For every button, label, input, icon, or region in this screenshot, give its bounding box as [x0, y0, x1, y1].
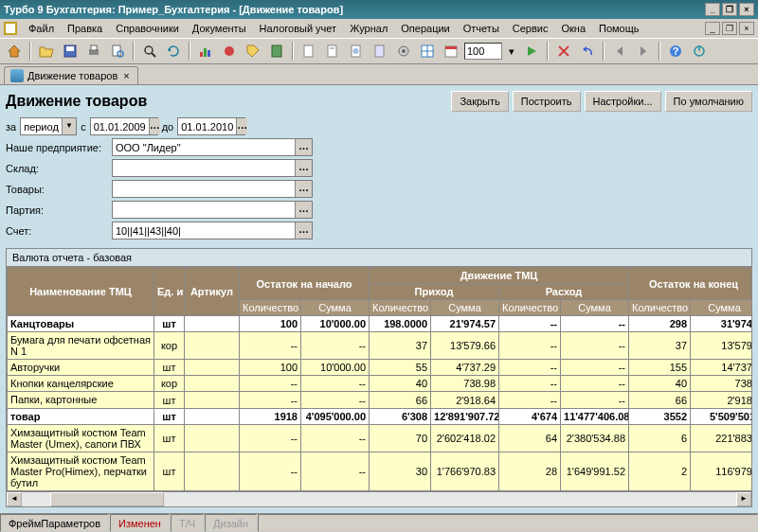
menu-refs[interactable]: Справочники [110, 21, 185, 36]
th-art[interactable]: Артикул [185, 268, 240, 316]
th-qty[interactable]: Количество [240, 300, 301, 316]
th-qty[interactable]: Количество [499, 300, 561, 316]
table-cell[interactable]: 155 [629, 360, 691, 376]
chevron-down-icon[interactable]: ▼ [62, 118, 76, 134]
power-icon[interactable] [689, 41, 710, 62]
table-cell[interactable]: 1'649'991.52 [561, 452, 629, 490]
period-combo[interactable]: период ▼ [20, 117, 77, 135]
table-row[interactable]: Бумага для печати офсетная N 1кор----371… [8, 332, 752, 360]
scroll-left-icon[interactable]: ◄ [7, 492, 22, 506]
open-icon[interactable] [36, 41, 57, 62]
save-icon[interactable] [60, 41, 81, 62]
table-cell[interactable]: 31'974. [691, 316, 751, 332]
status-tch[interactable]: Т/Ч [171, 514, 204, 532]
book-icon[interactable] [266, 41, 287, 62]
table-row[interactable]: Канцтоварышт10010'000.00198.000021'974.5… [8, 316, 752, 332]
table-cell[interactable]: -- [240, 392, 301, 408]
table-cell[interactable]: 2'380'534.88 [561, 424, 629, 452]
table-cell[interactable]: кор [154, 332, 185, 360]
table-cell[interactable] [185, 316, 240, 332]
table-row[interactable]: Папки, картонныешт----662'918.64----662'… [8, 392, 752, 408]
table-cell[interactable]: 738. [691, 376, 751, 392]
table-cell[interactable]: 2'602'418.02 [431, 424, 499, 452]
record-icon[interactable] [219, 41, 240, 62]
table-cell[interactable]: 738.98 [431, 376, 499, 392]
table-cell[interactable]: -- [499, 332, 561, 360]
table-cell[interactable]: 1'766'970.83 [431, 452, 499, 490]
table-cell[interactable]: 40 [370, 376, 431, 392]
table-cell[interactable]: -- [301, 392, 370, 408]
table-cell[interactable]: -- [301, 376, 370, 392]
menu-ops[interactable]: Операции [395, 21, 455, 36]
sklad-input[interactable]: … [112, 159, 313, 177]
lookup-icon[interactable]: … [295, 160, 312, 176]
mdi-restore-button[interactable]: ❐ [722, 22, 737, 35]
table-cell[interactable]: шт [154, 452, 185, 490]
table-cell[interactable]: шт [154, 316, 185, 332]
table-cell[interactable]: -- [240, 376, 301, 392]
menu-help[interactable]: Помощь [593, 21, 645, 36]
restore-button[interactable]: ❐ [722, 3, 737, 16]
org-input[interactable]: ООО "Лидер"… [112, 138, 313, 156]
menu-file[interactable]: Файл [23, 21, 60, 36]
table-cell[interactable]: шт [154, 408, 185, 424]
table-cell[interactable]: 13'579. [691, 332, 751, 360]
mdi-minimize-button[interactable]: _ [705, 22, 720, 35]
table-cell[interactable]: -- [240, 452, 301, 490]
th-unit[interactable]: Ед. изм. [154, 268, 185, 316]
acct-input[interactable]: 10||41||43||40|… [112, 222, 313, 239]
table-cell[interactable]: Бумага для печати офсетная N 1 [8, 332, 154, 360]
table-cell[interactable]: товар [8, 408, 154, 424]
date-picker-icon[interactable]: … [149, 118, 160, 134]
table-row[interactable]: Кнопки канцелярскиекор----40738.98----40… [8, 376, 752, 392]
table-cell[interactable]: 11'477'406.08 [561, 408, 629, 424]
build-button[interactable]: Построить [513, 91, 581, 112]
table-cell[interactable]: 100 [240, 360, 301, 376]
settings-button[interactable]: Настройки... [585, 91, 661, 112]
doc1-icon[interactable] [298, 41, 319, 62]
search-icon[interactable] [139, 41, 160, 62]
table-cell[interactable]: 2 [629, 452, 691, 490]
undo-icon[interactable] [577, 41, 598, 62]
run-icon[interactable] [521, 41, 542, 62]
lookup-icon[interactable]: … [295, 222, 312, 239]
doc3-icon[interactable] [346, 41, 367, 62]
table-cell[interactable]: -- [301, 332, 370, 360]
date-to-input[interactable]: 01.01.2010 … [177, 117, 245, 135]
table-cell[interactable]: 55 [370, 360, 431, 376]
report-body[interactable]: Наименование ТМЦ Ед. изм. Артикул Остато… [7, 267, 751, 491]
menu-docs[interactable]: Документы [187, 21, 252, 36]
doc4-icon[interactable] [370, 41, 390, 62]
status-design[interactable]: Дизайн [205, 514, 257, 532]
table-cell[interactable]: Канцтовары [8, 316, 154, 332]
th-out[interactable]: Расход [499, 284, 629, 300]
table-row[interactable]: Химзащитный костюм Team Master Pro(Himex… [8, 452, 752, 490]
th-end[interactable]: Остаток на конец [629, 268, 751, 300]
table-cell[interactable]: 28 [499, 452, 561, 490]
table-cell[interactable]: -- [561, 360, 629, 376]
table-cell[interactable]: -- [240, 332, 301, 360]
table-cell[interactable]: 198.0000 [370, 316, 431, 332]
th-name[interactable]: Наименование ТМЦ [8, 268, 154, 316]
table-cell[interactable]: 70 [370, 424, 431, 452]
close-window-button[interactable]: × [739, 3, 754, 16]
lookup-icon[interactable]: … [295, 181, 312, 197]
refresh-icon[interactable] [163, 41, 184, 62]
help-icon[interactable]: ? [665, 41, 686, 62]
table-cell[interactable]: 14'737. [691, 360, 751, 376]
table-cell[interactable]: Химзащитный костюм Team Master Pro(Himex… [8, 452, 154, 490]
tovar-input[interactable]: … [112, 180, 313, 198]
zoom-input[interactable] [464, 43, 502, 60]
table-cell[interactable]: Папки, картонные [8, 392, 154, 408]
table-cell[interactable] [185, 392, 240, 408]
document-tab[interactable]: Движение товаров × [4, 66, 138, 84]
table-cell[interactable]: 21'974.57 [431, 316, 499, 332]
table-cell[interactable]: 40 [629, 376, 691, 392]
table-row[interactable]: товаршт19184'095'000.006'30812'891'907.7… [8, 408, 752, 424]
menu-edit[interactable]: Правка [62, 21, 108, 36]
tag-icon[interactable] [243, 41, 263, 62]
forward-icon[interactable] [633, 41, 654, 62]
table-cell[interactable]: кор [154, 376, 185, 392]
table-cell[interactable]: 6 [629, 424, 691, 452]
party-input[interactable]: … [112, 201, 313, 219]
